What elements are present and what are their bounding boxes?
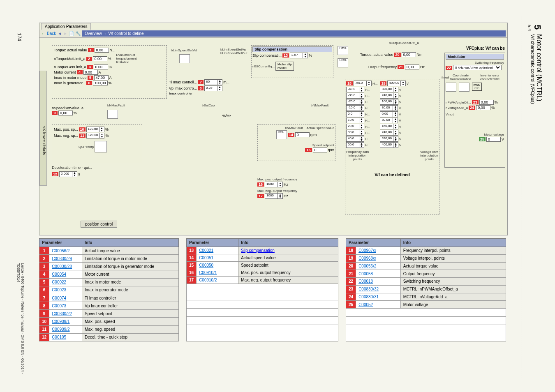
freq-spinner[interactable]: 40,0▲▼ xyxy=(346,136,364,142)
marker-7: 7 xyxy=(198,80,204,84)
param-link[interactable]: C00018 xyxy=(358,279,373,284)
page-number: 174 xyxy=(16,33,22,41)
unit: A xyxy=(99,70,101,74)
volt-spinner[interactable]: 240,00▲▼ xyxy=(380,130,398,136)
info-cell: Actual speed value xyxy=(238,254,338,262)
volt-spinner[interactable]: 80,00▲▼ xyxy=(380,105,398,111)
param-link[interactable]: C00051 xyxy=(199,256,213,260)
nav-left-icon[interactable]: ◄ xyxy=(58,31,62,36)
tool-icon[interactable]: 🔧 xyxy=(76,31,81,36)
param-link[interactable]: C00105 xyxy=(52,335,66,339)
freq-spinner[interactable]: -10,0▲▼ xyxy=(346,105,364,111)
param-link[interactable]: C00054 xyxy=(52,272,66,277)
chapter-title: Motor control (MCTRL) xyxy=(536,34,543,101)
param-link[interactable]: C00910/2 xyxy=(199,278,217,282)
param-link[interactable]: C00058 xyxy=(358,272,373,276)
row-marker: 22 xyxy=(346,278,356,286)
param-link[interactable]: C00073 xyxy=(52,304,66,308)
param-link[interactable]: C00830/29 xyxy=(52,256,72,261)
param-link[interactable]: C00909/1 xyxy=(52,319,69,324)
position-control-button[interactable]: position control xyxy=(81,221,117,228)
param-link[interactable]: C00967/x xyxy=(358,248,376,253)
marker-4: 4 xyxy=(77,70,83,74)
sw-freq-select[interactable]: 8 kHz var./drive-optimised xyxy=(453,65,502,70)
volt-spinner[interactable]: 160,00▲▼ xyxy=(380,124,398,129)
slip-spinner[interactable]: 2,67▲▼ xyxy=(290,53,308,58)
max-pos-out-label: Max. pos. output frequency xyxy=(257,178,297,181)
max-pos-spinner[interactable]: 120,00▲▼ xyxy=(86,127,104,132)
param-link[interactable]: C00074 xyxy=(52,296,66,300)
freq-spinner[interactable]: -50,0▲▼ xyxy=(354,81,372,86)
page-icon[interactable]: 📄 xyxy=(69,31,74,36)
volt-spinner[interactable]: 400,00▲▼ xyxy=(380,142,398,148)
freq-spinner[interactable]: 0,0▲▼ xyxy=(346,111,364,117)
param-link[interactable]: C00023 xyxy=(52,288,66,292)
volt-spinner[interactable]: 0,00▲▼ xyxy=(380,111,398,117)
freq-spinner[interactable]: -40,0▲▼ xyxy=(346,87,364,92)
info-cell: Max. pos. speed xyxy=(82,318,179,325)
volt-spinner[interactable]: 320,00▲▼ xyxy=(380,136,398,142)
unit: m... xyxy=(223,80,229,84)
param-link-cell: C00073 xyxy=(49,302,82,310)
marker-13: 13 xyxy=(282,53,289,58)
qsp-label: QSP ramp xyxy=(79,145,94,149)
unit: % xyxy=(109,81,112,85)
nvolt-label: nVoltageAdd_a xyxy=(446,106,468,110)
marker-20: 20 xyxy=(394,53,401,57)
graph-box-1 xyxy=(179,54,190,64)
back-arrow-icon[interactable]: ← xyxy=(41,31,45,36)
row-marker: 9 xyxy=(39,310,49,318)
volt-spinner[interactable]: 320,00▲▼ xyxy=(380,87,398,92)
row-marker: 1 xyxy=(39,247,49,255)
param-link[interactable]: C00050 xyxy=(199,263,213,267)
param-link[interactable]: C00910/1 xyxy=(199,270,217,275)
unit: % xyxy=(495,100,498,104)
freq-spinner[interactable]: 50,0▲▼ xyxy=(346,142,364,148)
param-link[interactable]: C00968/x xyxy=(358,256,376,261)
row-marker: 20 xyxy=(346,262,356,270)
max-neg-out-spinner[interactable]: 1000▲▼ xyxy=(265,193,283,199)
param-link[interactable]: C00830/32 xyxy=(358,287,379,291)
max-neg-spinner[interactable]: 120,00▲▼ xyxy=(86,133,104,138)
freq-spinner[interactable]: -30,0▲▼ xyxy=(346,93,364,99)
table-row: 15C00050Speed setpoint xyxy=(187,262,338,269)
info-link[interactable]: Slip compensation xyxy=(241,248,275,253)
param-link[interactable]: C00021 xyxy=(199,248,213,253)
torque-current-block: Torque: actual value 1 0.00 N... nTorque… xyxy=(52,45,167,99)
info-cell: Motor current xyxy=(82,270,179,278)
volt-spinner[interactable]: 240,00▲▼ xyxy=(380,93,398,99)
unit: rpm xyxy=(310,133,317,137)
back-link[interactable]: Back xyxy=(47,31,56,36)
freq-spinner[interactable]: -20,0▲▼ xyxy=(346,99,364,105)
fewer-details-button[interactable]: << fewer details xyxy=(39,71,47,186)
dash-line xyxy=(522,16,522,378)
volt-spinner[interactable]: 160,00▲▼ xyxy=(380,99,398,105)
nvolt-value: 0,00 xyxy=(476,105,490,110)
max-pos-out-spinner[interactable]: 1000▲▼ xyxy=(265,182,283,187)
unit: V xyxy=(502,137,504,141)
param-link[interactable]: C00830/28 xyxy=(52,264,72,269)
decel-spinner[interactable]: 2,000▲▼ xyxy=(59,171,77,177)
param-link[interactable]: C00830/31 xyxy=(358,295,379,299)
vp-imax-spinner[interactable]: 0,25▲▼ xyxy=(204,85,222,91)
app-tab[interactable]: Application Parameters xyxy=(41,23,91,30)
freq-spinner[interactable]: 10,0▲▼ xyxy=(346,118,364,123)
param-link[interactable]: C00052 xyxy=(358,302,373,307)
ti-imax-spinner[interactable]: 65▲▼ xyxy=(204,79,222,85)
vf-block: 18-50,0▲▼H...-40,0▲▼H...-30,0▲▼H...-20,0… xyxy=(345,79,439,214)
unit: % xyxy=(105,134,109,138)
freq-spinner[interactable]: 30,0▲▼ xyxy=(346,130,364,136)
ti-imax-row: Ti Imax controll... 7 65▲▼ m... Vp Imax … xyxy=(169,79,229,95)
info-cell: Speed setpoint xyxy=(82,310,179,318)
param-link[interactable]: C00056/2 xyxy=(358,264,376,268)
param-link[interactable]: C00830/22 xyxy=(52,311,72,316)
freq-spinner[interactable]: 20,0▲▼ xyxy=(346,124,364,129)
param-link[interactable]: C00056/2 xyxy=(52,249,69,253)
table-row: 10C00909/1Max. pos. speed xyxy=(39,318,179,325)
unit: Hz xyxy=(284,182,288,187)
volt-spinner[interactable]: 400,00▲▼ xyxy=(387,81,405,86)
param-link[interactable]: C00909/2 xyxy=(52,327,69,332)
nav-right-icon[interactable]: ► xyxy=(63,31,67,36)
volt-spinner[interactable]: 80,00▲▼ xyxy=(380,118,398,123)
param-link[interactable]: C00022 xyxy=(52,280,66,284)
